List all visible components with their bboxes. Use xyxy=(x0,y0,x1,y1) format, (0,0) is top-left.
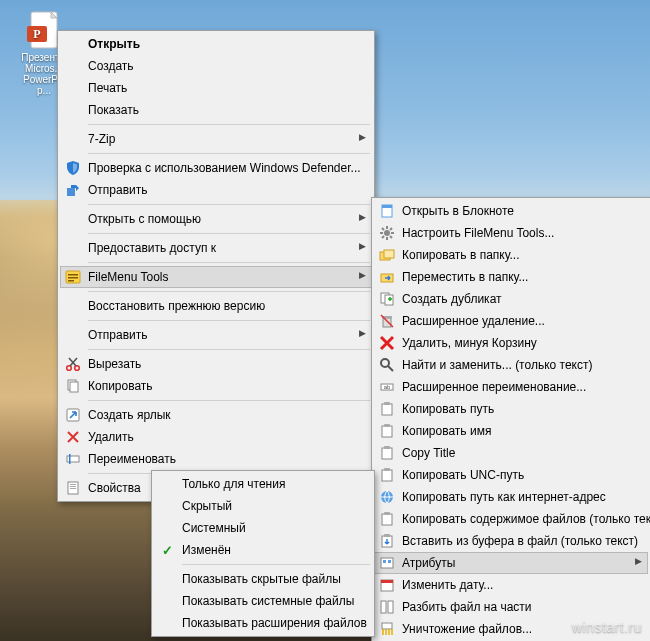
watermark: winstart.ru xyxy=(572,619,642,635)
menu-item-attrs[interactable]: Атрибуты▶ xyxy=(374,552,648,574)
svg-rect-42 xyxy=(382,514,392,525)
menu-item-copyto[interactable]: Копировать в папку... xyxy=(374,244,648,266)
menu-item-copyname[interactable]: Копировать имя xyxy=(374,420,648,442)
menu-item-label: Открыть с помощью xyxy=(88,212,350,226)
menu-item-chdate[interactable]: Изменить дату... xyxy=(374,574,648,596)
menu-item-cut[interactable]: Вырезать xyxy=(60,353,372,375)
menu-item-print[interactable]: Печать xyxy=(60,77,372,99)
menu-item-show[interactable]: Показать xyxy=(60,99,372,121)
svg-rect-46 xyxy=(381,558,393,568)
menu-item-label: Копировать в папку... xyxy=(402,248,626,262)
menu-item-openwith[interactable]: Открыть с помощью▶ xyxy=(60,208,372,230)
menu-item-delete[interactable]: Удалить xyxy=(60,426,372,448)
menu-item-label: Только для чтения xyxy=(182,477,350,491)
svg-rect-7 xyxy=(68,277,78,279)
menu-item-moveto[interactable]: Переместить в папку... xyxy=(374,266,648,288)
menu-item-restore[interactable]: Восстановить прежнюю версию xyxy=(60,295,372,317)
menu-item-label: Показывать скрытые файлы xyxy=(182,572,350,586)
menu-item-dup[interactable]: Создать дубликат xyxy=(374,288,648,310)
menu-item-label: Переместить в папку... xyxy=(402,270,626,284)
paste-icon xyxy=(378,532,396,550)
svg-rect-45 xyxy=(384,534,390,537)
notepad-icon xyxy=(378,202,396,220)
menu-item-notepad[interactable]: Открыть в Блокноте xyxy=(374,200,648,222)
menu-item-7zip[interactable]: 7-Zip▶ xyxy=(60,128,372,150)
svg-text:ab: ab xyxy=(384,384,391,390)
menu-item-access[interactable]: Предоставить доступ к▶ xyxy=(60,237,372,259)
svg-rect-34 xyxy=(384,402,390,405)
svg-text:P: P xyxy=(33,27,40,41)
powerpoint-file-icon: P xyxy=(27,10,61,50)
menu-item-label: Удалить, минуя Корзину xyxy=(402,336,626,350)
menu-item-label: Восстановить прежнюю версию xyxy=(88,299,350,313)
menu-separator xyxy=(88,204,370,205)
advdel-icon xyxy=(378,312,396,330)
menu-item-copy[interactable]: Копировать xyxy=(60,375,372,397)
svg-rect-38 xyxy=(384,446,390,449)
menu-item-showext[interactable]: Показывать расширения файлов xyxy=(154,612,372,634)
menu-item-findrep[interactable]: Найти и заменить... (только текст) xyxy=(374,354,648,376)
menu-item-label: Атрибуты xyxy=(402,556,626,570)
menu-item-label: Изменён xyxy=(182,543,350,557)
menu-item-label: Показывать системные файлы xyxy=(182,594,354,608)
submenu-arrow-icon: ▶ xyxy=(359,132,366,142)
menu-item-config[interactable]: Настроить FileMenu Tools... xyxy=(374,222,648,244)
menu-item-copypath[interactable]: Копировать путь xyxy=(374,398,648,420)
svg-rect-48 xyxy=(388,560,391,563)
menu-item-advdel[interactable]: Расширенное удаление... xyxy=(374,310,648,332)
copy-icon xyxy=(64,377,82,395)
svg-rect-19 xyxy=(70,488,76,489)
clip-icon xyxy=(378,466,396,484)
menu-item-open[interactable]: Открыть xyxy=(60,33,372,55)
menu-item-copycont[interactable]: Копировать содержимое файлов (только тек… xyxy=(374,508,648,530)
menu-item-split[interactable]: Разбить файл на части xyxy=(374,596,648,618)
menu-item-showsystem[interactable]: Показывать системные файлы xyxy=(154,590,372,612)
menu-item-archive[interactable]: ✓Изменён xyxy=(154,539,372,561)
menu-item-pastebuf[interactable]: Вставить из буфера в файл (только текст) xyxy=(374,530,648,552)
menu-item-label: Вставить из буфера в файл (только текст) xyxy=(402,534,638,548)
menu-item-shortcut[interactable]: Создать ярлык xyxy=(60,404,372,426)
menu-item-copyunc[interactable]: Копировать UNC-путь xyxy=(374,464,648,486)
cut-icon xyxy=(64,355,82,373)
svg-rect-21 xyxy=(382,205,392,208)
menu-item-label: Копировать имя xyxy=(402,424,626,438)
menu-item-label: FileMenu Tools xyxy=(88,270,350,284)
desktop: P Презент... Micros... PowerP... p... От… xyxy=(0,0,650,641)
svg-rect-51 xyxy=(381,601,386,613)
menu-item-label: Копировать путь xyxy=(402,402,626,416)
menu-item-label: Расширенное удаление... xyxy=(402,314,626,328)
menu-item-create[interactable]: Создать xyxy=(60,55,372,77)
menu-item-copytitle[interactable]: Copy Title xyxy=(374,442,648,464)
menu-item-label: Разбить файл на части xyxy=(402,600,626,614)
menu-item-readonly[interactable]: Только для чтения xyxy=(154,473,372,495)
menu-item-share1[interactable]: Отправить xyxy=(60,179,372,201)
menu-item-label: Создать дубликат xyxy=(402,292,626,306)
svg-rect-15 xyxy=(69,454,71,464)
svg-rect-18 xyxy=(70,486,76,487)
movefolder-icon xyxy=(378,268,396,286)
clip-icon xyxy=(378,510,396,528)
menu-item-copyurl[interactable]: Копировать путь как интернет-адрес xyxy=(374,486,648,508)
svg-rect-33 xyxy=(382,404,392,415)
date-icon xyxy=(378,576,396,594)
menu-item-system[interactable]: Системный xyxy=(154,517,372,539)
menu-item-showhidden[interactable]: Показывать скрытые файлы xyxy=(154,568,372,590)
svg-rect-47 xyxy=(383,560,386,563)
menu-item-delskip[interactable]: Удалить, минуя Корзину xyxy=(374,332,648,354)
svg-rect-8 xyxy=(68,280,74,282)
svg-rect-35 xyxy=(382,426,392,437)
menu-item-hidden[interactable]: Скрытый xyxy=(154,495,372,517)
menu-item-advren[interactable]: abРасширенное переименование... xyxy=(374,376,648,398)
menu-item-sendto[interactable]: Отправить▶ xyxy=(60,324,372,346)
menu-item-label: Показать xyxy=(88,103,350,117)
menu-item-label: Открыть xyxy=(88,37,350,51)
menu-item-filemenu[interactable]: FileMenu Tools▶ xyxy=(60,266,372,288)
menu-item-label: Переименовать xyxy=(88,452,350,466)
svg-rect-6 xyxy=(68,274,78,276)
svg-rect-36 xyxy=(384,424,390,427)
menu-item-defender[interactable]: Проверка с использованием Windows Defend… xyxy=(60,157,372,179)
menu-item-label: Создать xyxy=(88,59,350,73)
menu-item-label: Отправить xyxy=(88,328,350,342)
menu-item-label: Вырезать xyxy=(88,357,350,371)
menu-item-rename[interactable]: Переименовать xyxy=(60,448,372,470)
